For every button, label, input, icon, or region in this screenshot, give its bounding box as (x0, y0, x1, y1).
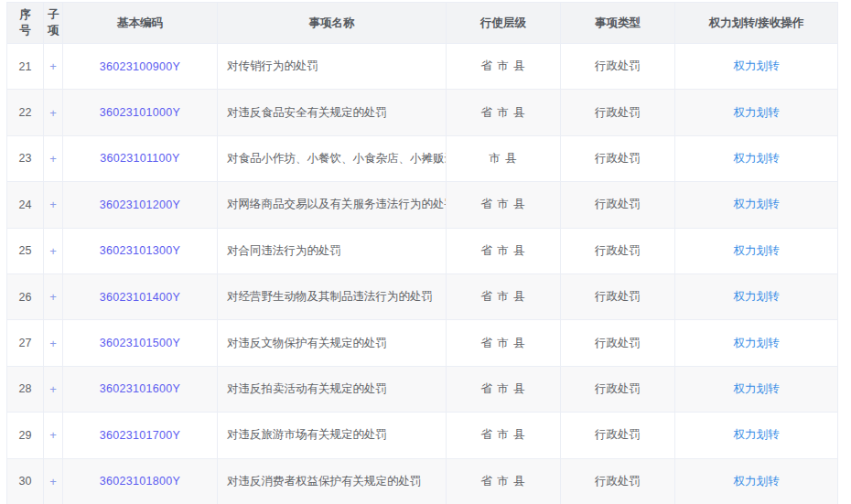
plus-icon[interactable]: + (49, 428, 57, 442)
basic-code-link-label[interactable]: 36023101200Y (100, 198, 180, 211)
row-serial-no-label: 28 (19, 382, 32, 395)
table-row: 27+36023101500Y对违反文物保护有关规定的处罚省 市 县行政处罚权力… (7, 320, 838, 366)
row-serial-no-label: 22 (19, 106, 32, 119)
item-type: 行政处罚 (561, 182, 675, 228)
expand-row-button[interactable]: + (44, 366, 63, 412)
basic-code-link[interactable]: 36023100900Y (63, 44, 218, 90)
basic-code-link[interactable]: 36023101500Y (63, 320, 218, 366)
expand-row-button[interactable]: + (44, 228, 63, 273)
power-transfer-link-label[interactable]: 权力划转 (734, 290, 780, 303)
exercise-level: 市 县 (447, 135, 561, 181)
basic-code-link[interactable]: 36023101200Y (63, 182, 218, 228)
power-transfer-link-label[interactable]: 权力划转 (734, 337, 780, 349)
exercise-level-label: 省 市 县 (480, 244, 525, 257)
basic-code-link[interactable]: 36023101400Y (63, 273, 218, 319)
expand-row-button[interactable]: + (44, 182, 63, 228)
basic-code-link-label[interactable]: 36023101100Y (100, 152, 179, 165)
row-serial-no: 28 (7, 366, 44, 412)
item-name-label: 对违反文物保护有关规定的处罚 (227, 337, 387, 349)
item-type: 行政处罚 (561, 135, 675, 181)
plus-icon[interactable]: + (49, 337, 57, 350)
power-transfer-link-label[interactable]: 权力划转 (734, 382, 780, 395)
item-type: 行政处罚 (561, 228, 675, 273)
plus-icon[interactable]: + (49, 59, 57, 73)
exercise-level-label: 省 市 县 (480, 59, 525, 72)
item-name-label: 对违反拍卖活动有关规定的处罚 (227, 382, 387, 395)
exercise-level: 省 市 县 (447, 320, 561, 366)
exercise-level-label: 省 市 县 (480, 475, 525, 488)
basic-code-link-label[interactable]: 36023101600Y (100, 382, 180, 395)
power-transfer-link[interactable]: 权力划转 (675, 182, 838, 228)
plus-icon[interactable]: + (49, 290, 57, 304)
basic-code-link-label[interactable]: 36023101400Y (100, 291, 180, 304)
expand-row-button[interactable]: + (44, 44, 63, 90)
row-serial-no: 27 (7, 320, 44, 366)
power-transfer-link[interactable]: 权力划转 (675, 320, 838, 366)
basic-code-link-label[interactable]: 36023101500Y (100, 337, 180, 349)
item-type-label: 行政处罚 (595, 337, 641, 349)
basic-code-link[interactable]: 36023101800Y (63, 458, 218, 504)
exercise-level: 省 市 县 (447, 458, 561, 504)
row-serial-no: 24 (7, 182, 44, 228)
basic-code-link-label[interactable]: 36023100900Y (100, 60, 180, 73)
power-transfer-link[interactable]: 权力划转 (675, 273, 838, 319)
exercise-level-label: 省 市 县 (480, 428, 525, 441)
expand-row-button[interactable]: + (44, 320, 63, 366)
header-exercise-level: 行使层级 (447, 3, 561, 44)
item-type-label: 行政处罚 (595, 152, 641, 165)
item-type: 行政处罚 (561, 320, 675, 366)
basic-code-link-label[interactable]: 36023101800Y (100, 475, 180, 488)
basic-code-link[interactable]: 36023101700Y (63, 413, 218, 458)
expand-row-button[interactable]: + (44, 135, 63, 181)
exercise-level: 省 市 县 (447, 366, 561, 412)
basic-code-link-label[interactable]: 36023101000Y (100, 106, 180, 119)
basic-code-link-label[interactable]: 36023101700Y (100, 429, 180, 442)
row-serial-no-label: 30 (19, 475, 32, 488)
expand-row-button[interactable]: + (44, 413, 63, 458)
plus-icon[interactable]: + (49, 244, 57, 258)
plus-icon[interactable]: + (49, 152, 57, 166)
expand-row-button[interactable]: + (44, 90, 63, 135)
basic-code-link[interactable]: 36023101300Y (63, 228, 218, 273)
basic-code-link[interactable]: 36023101600Y (63, 366, 218, 412)
exercise-level-label: 省 市 县 (480, 337, 525, 349)
power-transfer-link[interactable]: 权力划转 (675, 90, 838, 135)
power-transfer-link-label[interactable]: 权力划转 (734, 244, 780, 257)
basic-code-link[interactable]: 36023101100Y (63, 135, 218, 181)
power-transfer-link[interactable]: 权力划转 (675, 366, 838, 412)
power-transfer-link[interactable]: 权力划转 (675, 44, 838, 90)
table-body: 21+36023100900Y对传销行为的处罚省 市 县行政处罚权力划转22+3… (7, 44, 838, 504)
power-transfer-link[interactable]: 权力划转 (675, 135, 838, 181)
power-transfer-link-label[interactable]: 权力划转 (734, 428, 780, 441)
item-name: 对合同违法行为的处罚 (218, 228, 447, 273)
item-type-label: 行政处罚 (595, 382, 641, 395)
plus-icon[interactable]: + (49, 382, 57, 396)
power-transfer-link-label[interactable]: 权力划转 (734, 475, 780, 488)
power-transfer-link[interactable]: 权力划转 (675, 458, 838, 504)
basic-code-link-label[interactable]: 36023101300Y (100, 244, 180, 257)
expand-row-button[interactable]: + (44, 458, 63, 504)
table-row: 26+36023101400Y对经营野生动物及其制品违法行为的处罚省 市 县行政… (7, 273, 838, 319)
table-row: 23+36023101100Y对食品小作坊、小餐饮、小食杂店、小摊贩违反食市 县… (7, 135, 838, 181)
item-name-label: 对传销行为的处罚 (227, 59, 318, 72)
plus-icon[interactable]: + (49, 475, 57, 488)
exercise-level-label: 省 市 县 (480, 198, 525, 210)
item-name: 对经营野生动物及其制品违法行为的处罚 (218, 273, 447, 319)
plus-icon[interactable]: + (49, 106, 57, 120)
item-name: 对违反消费者权益保护有关规定的处罚 (218, 458, 447, 504)
basic-code-link[interactable]: 36023101000Y (63, 90, 218, 135)
item-name: 对违反旅游市场有关规定的处罚 (218, 413, 447, 458)
table-row: 21+36023100900Y对传销行为的处罚省 市 县行政处罚权力划转 (7, 44, 838, 90)
exercise-level-label: 市 县 (489, 152, 517, 165)
exercise-level: 省 市 县 (447, 44, 561, 90)
power-transfer-link-label[interactable]: 权力划转 (734, 198, 780, 210)
row-serial-no: 29 (7, 413, 44, 458)
power-transfer-link[interactable]: 权力划转 (675, 413, 838, 458)
expand-row-button[interactable]: + (44, 273, 63, 319)
power-transfer-link-label[interactable]: 权力划转 (734, 106, 780, 119)
power-transfer-link-label[interactable]: 权力划转 (734, 152, 780, 165)
power-transfer-link[interactable]: 权力划转 (675, 228, 838, 273)
item-name: 对违反拍卖活动有关规定的处罚 (218, 366, 447, 412)
plus-icon[interactable]: + (49, 198, 57, 211)
power-transfer-link-label[interactable]: 权力划转 (734, 59, 780, 72)
